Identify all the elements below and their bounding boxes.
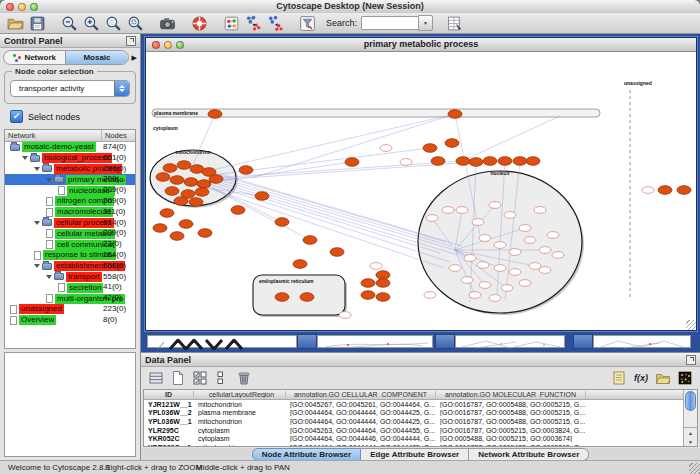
network-view-frame[interactable]: primary metabolic process plasma membran… <box>145 37 697 331</box>
network-node[interactable] <box>489 202 501 209</box>
snapshot-button[interactable] <box>157 14 177 32</box>
network-node[interactable] <box>423 144 437 153</box>
network-node[interactable] <box>448 110 462 119</box>
table-row[interactable]: YLR295Ccytoplasm[GO:0045263, GO:0044464,… <box>144 426 684 435</box>
scroll-up-icon[interactable]: ▲ <box>688 430 693 436</box>
minimized-titlebar-fragment[interactable] <box>297 334 317 349</box>
scrollbar-thumb[interactable] <box>685 391 696 411</box>
network-node[interactable] <box>380 145 392 152</box>
unselect-attributes-button[interactable] <box>212 369 232 387</box>
table-row[interactable]: YPL036W__2plasma membrane[GO:0044464, GO… <box>144 409 684 418</box>
network-canvas[interactable]: plasma membranecytoplasmmitochondrionnuc… <box>146 52 696 330</box>
network-node[interactable] <box>519 280 531 287</box>
network-node[interactable] <box>456 207 468 214</box>
network-node[interactable] <box>449 265 461 272</box>
network-node[interactable] <box>231 206 245 215</box>
table-row[interactable]: YJR121W__1mitochondrion[GO:0045267, GO:0… <box>144 400 684 409</box>
expander-icon[interactable] <box>34 167 40 171</box>
network-node[interactable] <box>275 293 289 302</box>
network-node[interactable] <box>177 161 191 170</box>
tree-row[interactable]: response to stimulu264(0) <box>5 250 135 261</box>
tree-row[interactable]: secretion41(0) <box>5 282 135 293</box>
import-table-button[interactable] <box>444 14 464 32</box>
network-node[interactable] <box>361 279 375 288</box>
tree-row[interactable]: multi-organism pro42(0) <box>5 293 135 304</box>
tree-row[interactable]: Overview8(0) <box>5 315 135 326</box>
expander-icon[interactable] <box>34 221 40 225</box>
tree-row[interactable]: nitrogen compo209(0) <box>5 196 135 207</box>
network-node[interactable] <box>524 237 536 244</box>
tree-row[interactable]: biological_process651(0) <box>5 153 135 164</box>
new-attribute-button[interactable] <box>168 369 188 387</box>
filter-button[interactable] <box>297 14 317 32</box>
network-node[interactable] <box>300 293 314 302</box>
zoom-fit-button[interactable] <box>103 14 123 32</box>
scrollbar-arrows[interactable]: ▲▼ <box>684 427 697 446</box>
network-node[interactable] <box>513 157 527 166</box>
network-node[interactable] <box>209 175 223 184</box>
table-row[interactable]: YKR052Ccytoplasm[GO:0044464, GO:0044446,… <box>144 434 684 443</box>
network-node[interactable] <box>426 215 438 222</box>
network-node[interactable] <box>160 209 174 218</box>
expander-icon[interactable] <box>22 156 28 160</box>
network-node[interactable] <box>170 232 184 241</box>
network-node[interactable] <box>526 157 540 166</box>
save-session-button[interactable] <box>27 14 47 32</box>
network-node[interactable] <box>677 186 691 195</box>
network-node[interactable] <box>198 229 212 238</box>
float-panel-icon[interactable] <box>126 36 136 46</box>
network-overview-box[interactable] <box>4 352 136 457</box>
network-node[interactable] <box>361 291 375 300</box>
network-node[interactable] <box>255 192 269 201</box>
network-node[interactable] <box>197 180 211 189</box>
network-node[interactable] <box>184 178 198 187</box>
table-row[interactable]: YPL036W__1mitochondrion[GO:0044464, GO:0… <box>144 417 684 426</box>
import-attributes-button[interactable] <box>653 369 673 387</box>
window-titlebar[interactable]: Cytoscape Desktop (New Session) <box>0 0 700 14</box>
network-node[interactable] <box>477 262 489 269</box>
network-node[interactable] <box>501 285 513 292</box>
network-node[interactable] <box>189 198 203 207</box>
expander-icon[interactable] <box>46 178 52 182</box>
tree-row[interactable]: mosaic-demo-yeast874(0) <box>5 142 135 153</box>
network-node[interactable] <box>552 252 564 259</box>
open-file-button[interactable] <box>5 14 25 32</box>
minimized-titlebar-fragment[interactable] <box>573 334 593 349</box>
network-node[interactable] <box>472 219 484 226</box>
table-row[interactable]: YDR039C__1mitochondrion[GO:0044464, GO:0… <box>144 443 684 447</box>
network-node[interactable] <box>163 164 177 173</box>
scroll-down-icon[interactable]: ▼ <box>688 439 693 445</box>
network-node[interactable] <box>547 232 559 239</box>
network-node[interactable] <box>469 292 481 299</box>
network-node[interactable] <box>303 236 317 245</box>
network-node[interactable] <box>156 173 170 182</box>
network-node[interactable] <box>509 249 521 256</box>
network-node[interactable] <box>445 139 459 148</box>
table-header-cell[interactable]: annotation.GO CELLULAR_COMPONENT <box>286 391 436 398</box>
attribute-editor-button[interactable] <box>609 369 629 387</box>
network-node[interactable] <box>489 295 501 302</box>
network-node[interactable] <box>519 225 531 232</box>
tree-row[interactable]: cell communicat22(0) <box>5 239 135 250</box>
table-header-cell[interactable]: annotation.GO MOLECULAR_FUNCTION <box>436 391 586 398</box>
network-node[interactable] <box>208 110 222 119</box>
network-node[interactable] <box>179 220 193 229</box>
window-resize-grip[interactable] <box>689 463 700 474</box>
expand-network-button[interactable] <box>243 14 263 32</box>
network-node[interactable] <box>461 277 473 284</box>
tab-network[interactable]: Network <box>4 51 66 64</box>
column-layout-button[interactable] <box>146 369 166 387</box>
tab-mosaic[interactable]: Mosaic <box>66 51 127 64</box>
network-node[interactable] <box>509 269 521 276</box>
tree-row[interactable]: establishment of lo558(0) <box>5 261 135 272</box>
network-node[interactable] <box>376 279 390 288</box>
minimized-titlebar-fragment[interactable] <box>435 334 455 349</box>
tree-row[interactable]: transport558(0) <box>5 272 135 283</box>
tree-row[interactable]: cellular process614(0) <box>5 218 135 229</box>
network-node[interactable] <box>170 176 184 185</box>
network-node[interactable] <box>498 157 512 166</box>
network-node[interactable] <box>239 166 253 175</box>
tab-scroll-right-icon[interactable]: ▶ <box>132 54 137 62</box>
tree-row[interactable]: metabolic process280(0) <box>5 164 135 175</box>
network-node[interactable] <box>464 255 476 262</box>
